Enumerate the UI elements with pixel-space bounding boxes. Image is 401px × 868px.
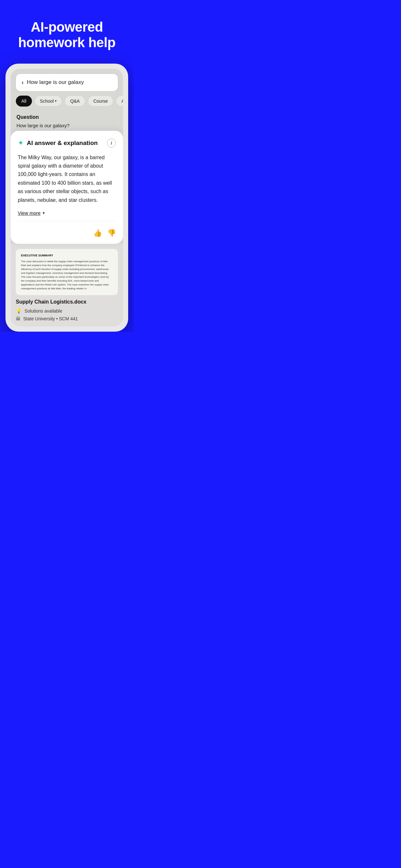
back-arrow-icon[interactable]: ‹ [22, 79, 24, 86]
filter-chips-row: All School ▾ Q&A Course Assign [11, 91, 123, 111]
search-query-text: How large is our galaxy [27, 79, 84, 86]
thumbs-down-button[interactable]: 👎 [107, 229, 116, 237]
document-card[interactable]: EXECUTIVE SUMMARY The case discusses in … [11, 244, 123, 327]
doc-university-row: 🏛 State University • SCM 441 [16, 316, 118, 321]
chip-qa[interactable]: Q&A [65, 96, 85, 106]
doc-university-text: State University • SCM 441 [23, 316, 78, 321]
chip-assign[interactable]: Assign [116, 96, 123, 106]
chip-assign-label: Assign [121, 98, 123, 104]
doc-preview-text: The case discusses in detail the supply … [21, 259, 113, 290]
view-more-row: View more ▾ [18, 210, 116, 221]
feedback-row: 👍 👎 [18, 228, 116, 237]
search-bar[interactable]: ‹ How large is our galaxy [16, 74, 118, 91]
chip-school[interactable]: School ▾ [35, 96, 62, 106]
sparkle-icon: ✦ [18, 140, 24, 147]
hero-section: AI-powered homework help [0, 0, 134, 64]
ai-card-title-group: ✦ AI answer & explanation [18, 140, 98, 147]
chevron-down-icon: ▾ [55, 99, 57, 103]
doc-solutions-row: 💡 Solutions available [16, 308, 118, 314]
document-name: Supply Chain Logistics.docx [16, 299, 118, 305]
chip-school-label: School [40, 98, 54, 104]
doc-solutions-label: Solutions available [25, 308, 62, 314]
chip-course-label: Course [93, 98, 108, 104]
hero-title: AI-powered homework help [10, 20, 124, 51]
chip-qa-label: Q&A [70, 98, 80, 104]
info-icon[interactable]: i [107, 138, 116, 148]
university-icon: 🏛 [16, 316, 21, 321]
question-text: How large is our galaxy? [17, 123, 117, 128]
chip-all-label: All [21, 98, 27, 104]
question-label: Question [17, 114, 117, 120]
ai-card-title: AI answer & explanation [27, 140, 98, 147]
ai-answer-body: The Milky Way, our galaxy, is a barred s… [18, 153, 116, 205]
view-more-button[interactable]: View more [18, 210, 41, 216]
chip-course[interactable]: Course [88, 96, 113, 106]
phone-mockup: ‹ How large is our galaxy All School ▾ Q… [5, 64, 128, 332]
bulb-icon: 💡 [16, 308, 22, 314]
thumbs-up-button[interactable]: 👍 [93, 229, 102, 237]
doc-preview-title: EXECUTIVE SUMMARY [21, 253, 113, 258]
info-label: i [111, 141, 112, 146]
search-bar-area: ‹ How large is our galaxy [11, 69, 123, 91]
chevron-down-icon: ▾ [42, 211, 45, 215]
chip-all[interactable]: All [16, 96, 32, 106]
phone-inner: ‹ How large is our galaxy All School ▾ Q… [11, 69, 123, 327]
question-section: Question How large is our galaxy? [11, 111, 123, 134]
document-preview: EXECUTIVE SUMMARY The case discusses in … [16, 249, 118, 296]
ai-card-header: ✦ AI answer & explanation i [18, 138, 116, 148]
ai-answer-card: ✦ AI answer & explanation i The Milky Wa… [11, 131, 123, 244]
document-section: EXECUTIVE SUMMARY The case discusses in … [11, 244, 123, 327]
